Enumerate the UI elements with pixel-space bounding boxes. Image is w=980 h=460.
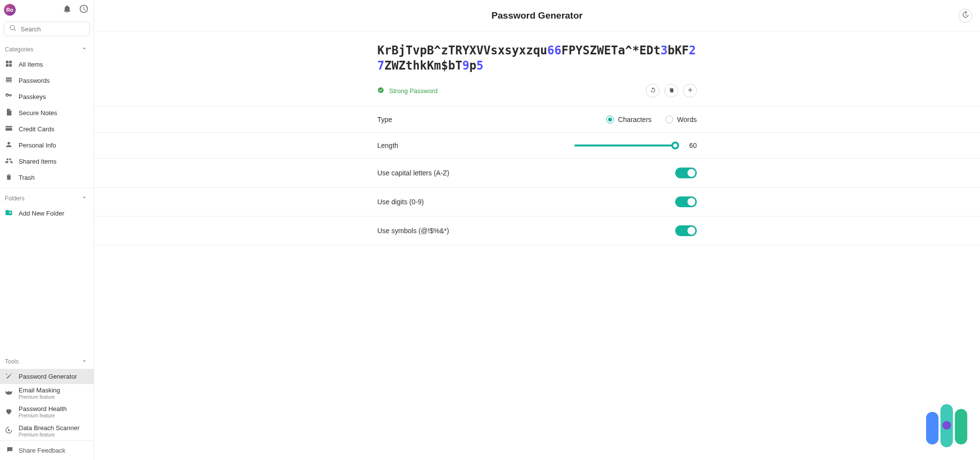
sidebar-item-label: Shared Items xyxy=(19,158,56,165)
people-icon xyxy=(5,157,13,166)
check-circle-icon xyxy=(377,87,384,95)
sidebar-item-passkeys[interactable]: Passkeys xyxy=(0,89,94,105)
passwords-icon xyxy=(5,76,13,85)
tools-header[interactable]: Tools xyxy=(0,354,94,369)
chevron-down-icon xyxy=(81,194,88,202)
copy-button[interactable] xyxy=(664,84,678,97)
pw-num: 5 xyxy=(476,59,483,73)
password-actions xyxy=(646,84,697,97)
grid-icon xyxy=(5,60,13,69)
search-input[interactable] xyxy=(21,25,103,33)
add-button[interactable] xyxy=(683,84,697,97)
svg-point-4 xyxy=(942,421,951,430)
tool-sub: Premium feature xyxy=(19,432,79,438)
switch-knob xyxy=(687,169,695,177)
tool-label: Password Health xyxy=(19,406,67,413)
sidebar: Ro (⌘F) Categories All Items xyxy=(0,0,94,460)
radio-ring-icon xyxy=(606,116,614,123)
pw-seg: KrBjTvpB^zTRYXVVsxsyxzqu xyxy=(377,44,547,57)
tool-label-col: Data Breach Scanner Premium feature xyxy=(19,425,79,437)
search-icon xyxy=(9,24,17,34)
history-button[interactable] xyxy=(958,9,972,23)
sidebar-item-secure-notes[interactable]: Secure Notes xyxy=(0,105,94,121)
strength-row: Strong Password xyxy=(94,73,980,107)
sidebar-item-label: All Items xyxy=(19,61,43,68)
password-display: KrBjTvpB^zTRYXVVsxsyxzqu66FPYSZWETa^*EDt… xyxy=(94,31,980,73)
switch-knob xyxy=(687,198,695,206)
floating-assistant-button[interactable] xyxy=(925,403,968,448)
page-title: Password Generator xyxy=(491,10,583,21)
digits-label: Use digits (0-9) xyxy=(377,198,424,206)
radio-label: Words xyxy=(677,116,697,123)
length-control: 60 xyxy=(574,142,697,149)
pw-seg: FPYSZWETa^*EDt xyxy=(562,44,661,57)
clock-icon[interactable] xyxy=(79,4,89,16)
bell-icon[interactable] xyxy=(62,4,72,16)
sidebar-item-passwords[interactable]: Passwords xyxy=(0,73,94,89)
svg-point-0 xyxy=(8,429,10,431)
digits-switch[interactable] xyxy=(675,196,697,207)
divider xyxy=(0,188,94,188)
pw-num: 3 xyxy=(661,44,667,57)
history-icon xyxy=(961,11,969,21)
radio-ring-icon xyxy=(665,116,673,123)
capital-label: Use capital letters (A-Z) xyxy=(377,169,449,177)
capital-switch[interactable] xyxy=(675,168,697,178)
symbols-switch[interactable] xyxy=(675,225,697,236)
sidebar-item-label: Passwords xyxy=(19,77,50,84)
tool-sub: Premium feature xyxy=(19,413,67,419)
slider-thumb[interactable] xyxy=(671,142,679,149)
avatar[interactable]: Ro xyxy=(4,4,16,16)
sidebar-top: Ro xyxy=(0,0,94,18)
strength-label: Strong Password xyxy=(389,87,438,95)
pw-seg: p xyxy=(469,59,476,73)
setting-digits: Use digits (0-9) xyxy=(94,188,980,217)
assistant-icon xyxy=(925,441,968,450)
radio-characters[interactable]: Characters xyxy=(606,116,651,123)
sidebar-item-label: Personal Info xyxy=(19,142,56,149)
length-value: 60 xyxy=(686,142,697,149)
folders-label: Folders xyxy=(5,195,24,202)
tool-label: Password Generator xyxy=(19,373,77,380)
search-wrap: (⌘F) xyxy=(0,18,94,41)
tool-sub: Premium feature xyxy=(19,394,60,400)
generated-password[interactable]: KrBjTvpB^zTRYXVVsxsyxzqu66FPYSZWETa^*EDt… xyxy=(377,43,697,73)
tool-data-breach-scanner[interactable]: Data Breach Scanner Premium feature xyxy=(0,422,94,440)
setting-symbols: Use symbols (@!$%&*) xyxy=(94,217,980,245)
sidebar-item-personal-info[interactable]: Personal Info xyxy=(0,137,94,153)
radar-icon xyxy=(5,426,13,436)
chevron-down-icon xyxy=(81,45,88,53)
mask-icon xyxy=(5,388,13,398)
wand-icon xyxy=(5,372,13,381)
tool-label: Email Masking xyxy=(19,387,60,394)
categories-label: Categories xyxy=(5,46,33,53)
radio-label: Characters xyxy=(618,116,651,123)
add-folder-button[interactable]: Add New Folder xyxy=(0,205,94,221)
search-box[interactable]: (⌘F) xyxy=(4,22,90,36)
tool-password-health[interactable]: Password Health Premium feature xyxy=(0,403,94,421)
sidebar-item-all-items[interactable]: All Items xyxy=(0,56,94,73)
radio-words[interactable]: Words xyxy=(665,116,697,123)
regenerate-button[interactable] xyxy=(646,84,660,97)
svg-rect-5 xyxy=(955,409,967,444)
length-label: Length xyxy=(377,142,398,149)
switch-knob xyxy=(687,227,695,235)
sidebar-item-trash[interactable]: Trash xyxy=(0,169,94,186)
folders-header[interactable]: Folders xyxy=(0,190,94,205)
pw-seg: bKF xyxy=(667,44,688,57)
setting-type: Type Characters Words xyxy=(94,107,980,133)
sidebar-item-shared-items[interactable]: Shared Items xyxy=(0,153,94,169)
setting-capital: Use capital letters (A-Z) xyxy=(94,159,980,188)
tool-password-generator[interactable]: Password Generator xyxy=(0,369,94,384)
categories-header[interactable]: Categories xyxy=(0,41,94,56)
tools-label: Tools xyxy=(5,358,19,365)
pw-num: 66 xyxy=(547,44,562,57)
person-icon xyxy=(5,141,13,150)
sidebar-item-credit-cards[interactable]: Credit Cards xyxy=(0,121,94,137)
share-feedback-button[interactable]: Share Feedback xyxy=(0,440,94,460)
length-slider[interactable] xyxy=(574,145,677,146)
sidebar-item-label: Passkeys xyxy=(19,93,46,100)
feedback-label: Share Feedback xyxy=(19,447,65,454)
plus-icon xyxy=(686,86,694,96)
tool-email-masking[interactable]: Email Masking Premium feature xyxy=(0,384,94,403)
